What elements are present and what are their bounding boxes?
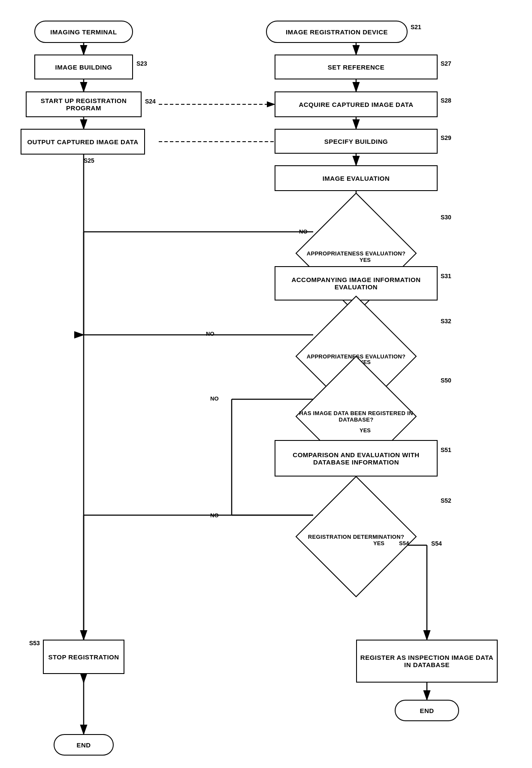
s28-label: S28: [441, 97, 451, 104]
set-reference-label: SET REFERENCE: [328, 64, 384, 71]
yes-label-3: YES: [360, 427, 371, 434]
s30-label: S30: [441, 214, 451, 221]
s53-label: S53: [29, 640, 40, 647]
register-inspection-node: REGISTER AS INSPECTION IMAGE DATA IN DAT…: [356, 640, 498, 683]
registration-det-label: REGISTRATION DETERMINATION?: [292, 500, 420, 573]
yes-label-4-text: YES: [373, 540, 384, 546]
s24-label: S24: [145, 98, 156, 105]
s29-label: S29: [441, 134, 451, 141]
comparison-eval-label: COMPARISON AND EVALUATION WITH DATABASE …: [275, 451, 437, 466]
s51-label: S51: [441, 446, 451, 453]
stop-registration-node: STOP REGISTRATION: [43, 640, 124, 674]
s31-label: S31: [441, 273, 451, 279]
yes-label-4: S54: [399, 540, 409, 546]
end-left-label: END: [76, 741, 91, 749]
s27-label: S27: [441, 60, 451, 67]
output-captured-node: OUTPUT CAPTURED IMAGE DATA: [21, 129, 145, 155]
no-label-2: NO: [206, 331, 215, 337]
imaging-terminal-node: IMAGING TERMINAL: [34, 21, 133, 43]
image-reg-device-node: IMAGE REGISTRATION DEVICE: [266, 21, 408, 43]
end-right-label: END: [420, 707, 434, 714]
end-left-node: END: [54, 734, 114, 756]
comparison-eval-node: COMPARISON AND EVALUATION WITH DATABASE …: [275, 440, 438, 477]
startup-registration-node: START UP REGISTRATION PROGRAM: [26, 91, 142, 117]
image-building-node: IMAGE BUILDING: [34, 55, 133, 79]
specify-building-label: SPECIFY BUILDING: [324, 138, 388, 145]
image-evaluation-label: IMAGE EVALUATION: [323, 175, 390, 182]
no-label-4: NO: [210, 512, 219, 519]
specify-building-node: SPECIFY BUILDING: [275, 129, 438, 154]
register-inspection-label: REGISTER AS INSPECTION IMAGE DATA IN DAT…: [357, 654, 497, 668]
startup-registration-label: START UP REGISTRATION PROGRAM: [27, 97, 141, 112]
imaging-terminal-label: IMAGING TERMINAL: [50, 28, 117, 36]
s25-label: S25: [84, 157, 94, 164]
flowchart-diagram: IMAGING TERMINAL IMAGE BUILDING S23 STAR…: [0, 0, 532, 768]
acquire-captured-label: ACQUIRE CAPTURED IMAGE DATA: [299, 101, 413, 108]
s54-label: S54: [431, 540, 442, 547]
image-evaluation-node: IMAGE EVALUATION: [275, 165, 438, 191]
s21-label: S21: [411, 24, 421, 30]
stop-registration-label: STOP REGISTRATION: [48, 653, 119, 661]
set-reference-node: SET REFERENCE: [275, 55, 438, 79]
image-reg-device-label: IMAGE REGISTRATION DEVICE: [286, 28, 388, 36]
no-label-1: NO: [299, 228, 308, 235]
end-right-node: END: [395, 700, 459, 721]
acquire-captured-node: ACQUIRE CAPTURED IMAGE DATA: [275, 91, 438, 117]
no-label-3: NO: [210, 395, 219, 402]
yes-label-1: YES: [360, 257, 371, 263]
output-captured-label: OUTPUT CAPTURED IMAGE DATA: [27, 138, 138, 146]
s32-label: S32: [441, 318, 451, 325]
s50-label: S50: [441, 377, 451, 384]
s23-label: S23: [136, 60, 147, 67]
image-building-label: IMAGE BUILDING: [55, 64, 112, 71]
s52-label: S52: [441, 497, 451, 504]
accompanying-image-label: ACCOMPANYING IMAGE INFORMATION EVALUATIO…: [275, 276, 437, 291]
